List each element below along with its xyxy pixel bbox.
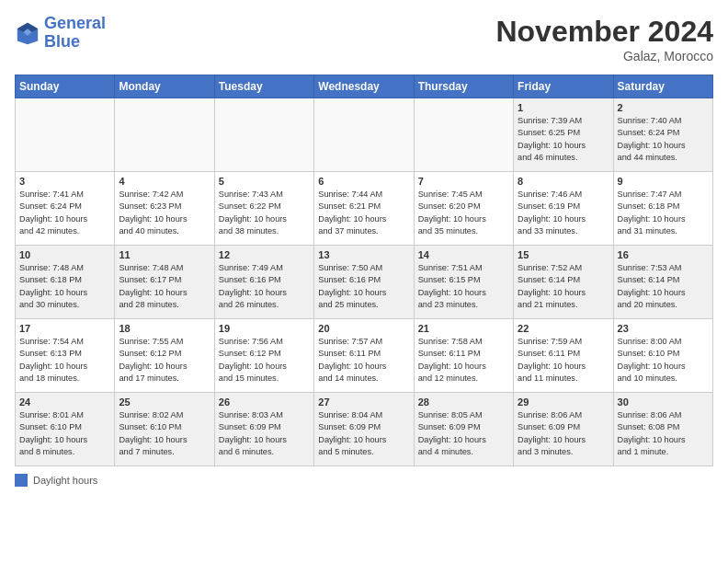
day-info: Sunrise: 7:49 AMSunset: 6:16 PMDaylight:… [219,262,310,311]
calendar-cell: 14Sunrise: 7:51 AMSunset: 6:15 PMDayligh… [414,246,513,319]
day-info: Sunrise: 8:03 AMSunset: 6:09 PMDaylight:… [219,409,310,458]
day-info: Sunrise: 7:42 AMSunset: 6:23 PMDaylight:… [119,189,210,237]
day-info: Sunrise: 7:40 AMSunset: 6:24 PMDaylight:… [618,115,709,164]
column-header-saturday: Saturday [613,75,712,98]
day-info: Sunrise: 7:51 AMSunset: 6:15 PMDaylight:… [418,262,509,311]
day-number: 9 [618,176,709,187]
calendar-cell: 11Sunrise: 7:48 AMSunset: 6:17 PMDayligh… [115,246,214,319]
day-info: Sunrise: 8:02 AMSunset: 6:10 PMDaylight:… [119,409,210,458]
day-number: 5 [219,176,310,187]
calendar-cell: 7Sunrise: 7:45 AMSunset: 6:20 PMDaylight… [414,172,513,246]
day-number: 15 [518,249,609,260]
day-info: Sunrise: 7:53 AMSunset: 6:14 PMDaylight:… [618,262,709,311]
calendar-week-row: 24Sunrise: 8:01 AMSunset: 6:10 PMDayligh… [16,393,713,466]
day-number: 14 [418,249,509,260]
day-info: Sunrise: 8:00 AMSunset: 6:10 PMDaylight:… [618,336,709,385]
calendar-cell: 6Sunrise: 7:44 AMSunset: 6:21 PMDaylight… [314,172,414,246]
day-info: Sunrise: 7:41 AMSunset: 6:24 PMDaylight:… [19,189,110,237]
day-info: Sunrise: 7:50 AMSunset: 6:16 PMDaylight:… [318,262,409,311]
calendar-cell: 27Sunrise: 8:04 AMSunset: 6:09 PMDayligh… [314,393,414,466]
day-number: 23 [618,323,709,334]
legend: Daylight hours [15,474,713,487]
column-header-wednesday: Wednesday [314,75,414,98]
calendar-cell [16,98,115,172]
day-info: Sunrise: 7:58 AMSunset: 6:11 PMDaylight:… [418,336,509,385]
day-info: Sunrise: 7:46 AMSunset: 6:19 PMDaylight:… [518,189,609,237]
day-number: 24 [19,396,110,408]
calendar-cell: 4Sunrise: 7:42 AMSunset: 6:23 PMDaylight… [115,172,214,246]
calendar-cell: 22Sunrise: 7:59 AMSunset: 6:11 PMDayligh… [514,319,613,393]
column-header-friday: Friday [514,75,613,98]
day-info: Sunrise: 7:48 AMSunset: 6:17 PMDaylight:… [119,262,210,311]
day-number: 10 [19,249,110,260]
calendar-cell: 18Sunrise: 7:55 AMSunset: 6:12 PMDayligh… [115,319,214,393]
day-number: 12 [219,249,310,260]
column-header-monday: Monday [115,75,214,98]
day-number: 6 [318,176,409,187]
day-number: 25 [119,396,210,408]
column-header-thursday: Thursday [414,75,513,98]
calendar-cell [115,98,214,172]
location: Galaz, Morocco [495,49,713,63]
day-info: Sunrise: 7:55 AMSunset: 6:12 PMDaylight:… [119,336,210,385]
day-info: Sunrise: 7:59 AMSunset: 6:11 PMDaylight:… [518,336,609,385]
calendar-cell: 5Sunrise: 7:43 AMSunset: 6:22 PMDaylight… [214,172,313,246]
page-header: GeneralBlue November 2024 Galaz, Morocco [15,15,713,63]
calendar-cell: 17Sunrise: 7:54 AMSunset: 6:13 PMDayligh… [16,319,115,393]
day-info: Sunrise: 7:47 AMSunset: 6:18 PMDaylight:… [618,189,709,237]
day-number: 1 [518,102,609,113]
logo-text: GeneralBlue [44,15,106,52]
day-info: Sunrise: 8:06 AMSunset: 6:08 PMDaylight:… [618,409,709,458]
calendar-cell: 30Sunrise: 8:06 AMSunset: 6:08 PMDayligh… [613,393,712,466]
calendar-cell: 12Sunrise: 7:49 AMSunset: 6:16 PMDayligh… [214,246,313,319]
legend-label: Daylight hours [33,475,97,486]
day-number: 16 [618,249,709,260]
day-info: Sunrise: 8:04 AMSunset: 6:09 PMDaylight:… [318,409,409,458]
calendar-cell: 20Sunrise: 7:57 AMSunset: 6:11 PMDayligh… [314,319,414,393]
calendar-cell: 23Sunrise: 8:00 AMSunset: 6:10 PMDayligh… [613,319,712,393]
day-number: 27 [318,396,409,408]
day-number: 28 [418,396,509,408]
calendar-week-row: 10Sunrise: 7:48 AMSunset: 6:18 PMDayligh… [16,246,713,319]
calendar-cell: 26Sunrise: 8:03 AMSunset: 6:09 PMDayligh… [214,393,313,466]
day-info: Sunrise: 7:56 AMSunset: 6:12 PMDaylight:… [219,336,310,385]
logo-icon [15,20,40,46]
calendar-cell [314,98,414,172]
calendar-cell: 2Sunrise: 7:40 AMSunset: 6:24 PMDaylight… [613,98,712,172]
day-number: 3 [19,176,110,187]
calendar-table: SundayMondayTuesdayWednesdayThursdayFrid… [15,75,713,466]
day-info: Sunrise: 7:48 AMSunset: 6:18 PMDaylight:… [19,262,110,311]
day-info: Sunrise: 8:06 AMSunset: 6:09 PMDaylight:… [518,409,609,458]
day-number: 30 [618,396,709,408]
calendar-week-row: 17Sunrise: 7:54 AMSunset: 6:13 PMDayligh… [16,319,713,393]
day-number: 11 [119,249,210,260]
day-info: Sunrise: 8:05 AMSunset: 6:09 PMDaylight:… [418,409,509,458]
day-number: 18 [119,323,210,334]
day-number: 26 [219,396,310,408]
calendar-cell: 28Sunrise: 8:05 AMSunset: 6:09 PMDayligh… [414,393,513,466]
day-number: 7 [418,176,509,187]
calendar-cell: 9Sunrise: 7:47 AMSunset: 6:18 PMDaylight… [613,172,712,246]
legend-color-box [15,474,28,487]
day-info: Sunrise: 7:52 AMSunset: 6:14 PMDaylight:… [518,262,609,311]
day-info: Sunrise: 7:57 AMSunset: 6:11 PMDaylight:… [318,336,409,385]
day-number: 21 [418,323,509,334]
calendar-week-row: 3Sunrise: 7:41 AMSunset: 6:24 PMDaylight… [16,172,713,246]
calendar-cell: 13Sunrise: 7:50 AMSunset: 6:16 PMDayligh… [314,246,414,319]
calendar-cell: 19Sunrise: 7:56 AMSunset: 6:12 PMDayligh… [214,319,313,393]
logo: GeneralBlue [15,15,106,52]
day-info: Sunrise: 8:01 AMSunset: 6:10 PMDaylight:… [19,409,110,458]
calendar-cell: 1Sunrise: 7:39 AMSunset: 6:25 PMDaylight… [514,98,613,172]
calendar-cell: 8Sunrise: 7:46 AMSunset: 6:19 PMDaylight… [514,172,613,246]
column-header-sunday: Sunday [16,75,115,98]
day-number: 20 [318,323,409,334]
calendar-week-row: 1Sunrise: 7:39 AMSunset: 6:25 PMDaylight… [16,98,713,172]
calendar-cell: 21Sunrise: 7:58 AMSunset: 6:11 PMDayligh… [414,319,513,393]
title-block: November 2024 Galaz, Morocco [495,15,713,63]
day-number: 8 [518,176,609,187]
month-title: November 2024 [495,15,713,49]
day-number: 13 [318,249,409,260]
day-number: 22 [518,323,609,334]
day-info: Sunrise: 7:43 AMSunset: 6:22 PMDaylight:… [219,189,310,237]
calendar-cell: 29Sunrise: 8:06 AMSunset: 6:09 PMDayligh… [514,393,613,466]
